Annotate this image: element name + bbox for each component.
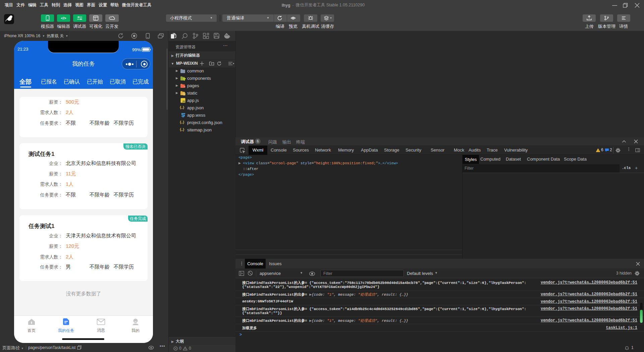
svg-text:JS: JS [182,100,185,103]
svg-text:!: ! [598,149,598,152]
